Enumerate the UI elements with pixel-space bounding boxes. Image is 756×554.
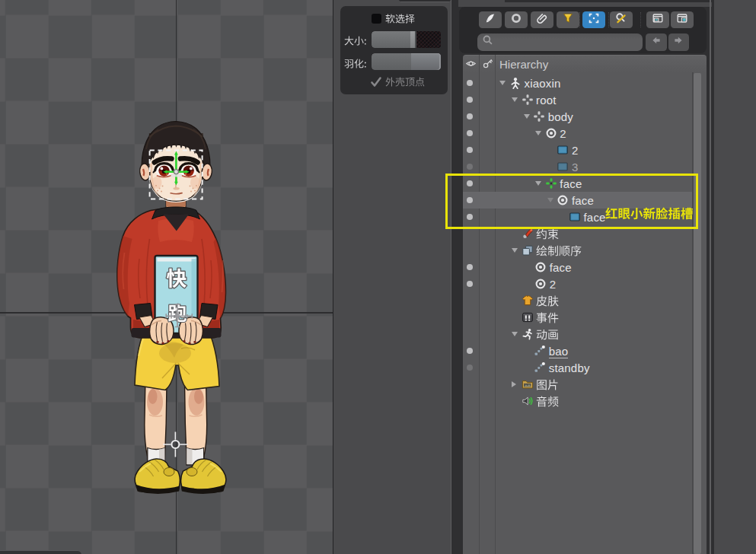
- visibility-dot[interactable]: [467, 281, 473, 287]
- toolbar-button-window-minus[interactable]: [646, 11, 669, 28]
- expand-arrow[interactable]: [524, 114, 530, 119]
- expand-arrow[interactable]: [512, 97, 518, 102]
- hull-vertices-label: 外壳顶点: [385, 77, 425, 87]
- visibility-dot[interactable]: [467, 147, 473, 153]
- tree-row[interactable]: root: [463, 91, 692, 108]
- nav-back-button[interactable]: [646, 33, 666, 51]
- tree-row[interactable]: standby: [463, 359, 692, 376]
- tree-row[interactable]: 动画: [463, 326, 692, 342]
- visibility-dot[interactable]: [467, 264, 473, 270]
- layers-icon: [522, 244, 534, 256]
- tree-row-label: 3: [572, 161, 579, 174]
- expand-arrow[interactable]: [499, 81, 506, 85]
- feather-slider[interactable]: [372, 53, 441, 70]
- run-icon: [522, 328, 534, 340]
- key-column-icon[interactable]: [482, 58, 494, 73]
- toolbar-separator: [608, 12, 609, 27]
- feather-slider-fill: [372, 53, 411, 70]
- toolbar-separator: [640, 12, 641, 27]
- dock-tab-edge: [399, 0, 451, 2]
- expand-arrow[interactable]: [512, 248, 518, 253]
- audio-icon: [522, 395, 534, 407]
- image-icon: [557, 144, 569, 156]
- tree-row[interactable]: 2: [463, 142, 692, 158]
- search-edit-icon: [615, 12, 627, 27]
- toolbar-button-brush[interactable]: [479, 11, 502, 28]
- tree-row[interactable]: body: [463, 108, 692, 125]
- hull-vertices-checkbox[interactable]: [370, 76, 382, 88]
- nav-forward-button[interactable]: [668, 33, 689, 51]
- tree-row[interactable]: 图片: [463, 376, 692, 393]
- focus-icon: [588, 12, 600, 27]
- tree-row-label: 动画: [536, 328, 559, 340]
- tree-row-label: 2: [550, 278, 557, 291]
- tree-row-label: 音频: [536, 395, 559, 407]
- tree-row[interactable]: 绘制顺序: [463, 242, 692, 259]
- window-minus-icon: [652, 12, 664, 27]
- tree-row[interactable]: 2: [463, 125, 692, 142]
- visibility-dot[interactable]: [467, 164, 473, 170]
- tree-row-label: standby: [549, 361, 590, 374]
- viewport-canvas[interactable]: [0, 0, 333, 554]
- tree-row-label: 2: [560, 127, 566, 140]
- expand-arrow[interactable]: [535, 131, 541, 135]
- feather-slider-track: [411, 53, 441, 70]
- toolbar-button-focus[interactable]: [582, 11, 605, 28]
- arrow-left-icon: [650, 34, 662, 49]
- size-slider-track: [416, 31, 441, 48]
- search-input[interactable]: [494, 37, 631, 48]
- tree-row-label: 2: [572, 144, 579, 157]
- toolbar-button-search-edit[interactable]: [610, 11, 633, 28]
- tree-row-label: 皮肤: [536, 295, 559, 307]
- toolbar-button-ring[interactable]: [505, 11, 528, 28]
- tree-scrollbar[interactable]: [694, 73, 701, 554]
- expand-arrow[interactable]: [512, 381, 516, 387]
- tree-row-label: 事件: [536, 311, 559, 323]
- slot-icon: [534, 278, 547, 290]
- tree-row-label: face: [550, 261, 572, 274]
- visibility-dot[interactable]: [467, 348, 473, 354]
- visibility-column-eye-icon[interactable]: [465, 58, 477, 73]
- brush-icon: [484, 12, 496, 27]
- annotation-highlight-box: [445, 174, 698, 230]
- tree-row[interactable]: 皮肤: [463, 292, 692, 309]
- visibility-dot[interactable]: [467, 97, 473, 103]
- tree-row[interactable]: 音频: [463, 393, 692, 409]
- tree-title: Hierarchy: [499, 58, 548, 71]
- bottom-toolbar-edge: [0, 550, 82, 554]
- slot-icon: [545, 127, 557, 139]
- visibility-dot[interactable]: [467, 130, 473, 136]
- filter-icon: [562, 12, 574, 27]
- tree-row[interactable]: 2: [463, 275, 692, 292]
- search-icon: [482, 34, 494, 49]
- size-label: 大小:: [344, 36, 367, 46]
- window-plus-icon: [676, 12, 688, 27]
- tree-row-label: 图片: [536, 378, 559, 390]
- bone-icon: [533, 110, 545, 123]
- character-artwork: [0, 0, 333, 554]
- visibility-dot[interactable]: [467, 80, 473, 86]
- toolbar-button-window-plus[interactable]: [671, 11, 694, 28]
- size-slider[interactable]: [372, 31, 441, 48]
- toolbar-button-filter[interactable]: [557, 11, 579, 28]
- ring-icon: [510, 12, 522, 27]
- size-slider-handle[interactable]: [410, 31, 417, 48]
- tree-row-label: root: [536, 94, 557, 107]
- slot-icon: [534, 261, 547, 273]
- toolbar-button-paperclip[interactable]: [531, 11, 553, 28]
- visibility-dot[interactable]: [467, 365, 473, 371]
- soft-selection-checkbox[interactable]: [372, 14, 381, 24]
- size-slider-fill: [372, 31, 410, 48]
- tree-row[interactable]: bao: [463, 342, 692, 359]
- visibility-dot[interactable]: [467, 113, 473, 119]
- feather-label: 羽化:: [344, 59, 367, 68]
- bone-icon: [522, 94, 534, 106]
- tree-row[interactable]: xiaoxin: [463, 75, 692, 91]
- soft-selection-label: 软选择: [385, 14, 415, 24]
- shirt-icon: [522, 295, 534, 307]
- tree-row[interactable]: 事件: [463, 309, 692, 326]
- tree-row-label: bao: [549, 345, 569, 358]
- search-field[interactable]: [477, 33, 642, 51]
- tree-row[interactable]: face: [463, 259, 692, 275]
- expand-arrow[interactable]: [512, 332, 518, 336]
